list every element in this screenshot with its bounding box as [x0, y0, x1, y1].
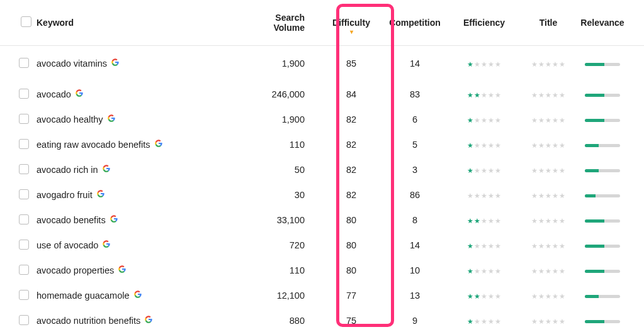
google-icon: [134, 290, 142, 297]
star-icon: ★: [467, 192, 473, 199]
row-checkbox[interactable]: [19, 290, 29, 300]
star-icon: ★: [495, 318, 501, 325]
relevance-bar: [585, 169, 620, 172]
relevance-bar-fill: [585, 94, 604, 97]
header-search-volume[interactable]: Search Volume: [247, 0, 322, 45]
row-checkbox[interactable]: [19, 89, 29, 99]
header-difficulty[interactable]: Difficulty ▾: [322, 0, 380, 45]
star-icon: ★: [552, 142, 558, 149]
relevance-cell: [578, 308, 644, 332]
keyword-cell[interactable]: avocado vitamins: [37, 58, 246, 69]
relevance-bar-fill: [585, 270, 604, 273]
star-icon: ★: [559, 117, 565, 124]
keyword-cell[interactable]: avocado benefits: [37, 215, 246, 225]
relevance-bar: [585, 63, 620, 66]
star-icon: ★: [467, 61, 473, 68]
star-icon: ★: [552, 117, 558, 124]
competition-cell: 3: [380, 157, 449, 182]
header-relevance[interactable]: Relevance: [578, 0, 644, 45]
star-icon: ★: [538, 192, 545, 199]
row-checkbox[interactable]: [19, 265, 29, 275]
row-checkbox[interactable]: [19, 315, 29, 325]
row-checkbox[interactable]: [19, 240, 29, 250]
keyword-text: avocado rich in: [37, 165, 98, 175]
star-icon: ★: [481, 167, 487, 174]
relevance-bar: [585, 119, 620, 122]
star-icon: ★: [559, 61, 565, 68]
keyword-cell[interactable]: avocado rich in: [37, 165, 246, 175]
header-efficiency[interactable]: Efficiency: [449, 0, 519, 45]
relevance-cell: [578, 132, 644, 157]
row-checkbox[interactable]: [19, 114, 29, 124]
star-icon: ★: [545, 192, 551, 199]
star-rating: ★★★★★: [531, 61, 565, 68]
difficulty-cell: 84: [322, 82, 380, 107]
star-icon: ★: [552, 318, 558, 325]
keyword-text: use of avocado: [37, 240, 98, 250]
header-title[interactable]: Title: [519, 0, 578, 45]
star-rating: ★★★★★: [531, 167, 565, 174]
keyword-cell[interactable]: avocado: [37, 89, 246, 99]
relevance-bar: [585, 94, 620, 97]
keyword-cell[interactable]: avocado nutrition benefits: [37, 316, 246, 326]
star-icon: ★: [488, 293, 494, 300]
star-icon: ★: [488, 218, 494, 224]
star-icon: ★: [488, 268, 494, 275]
efficiency-cell: ★★★★★: [449, 283, 519, 308]
relevance-bar-fill: [585, 245, 604, 248]
search-volume-cell: 50: [247, 157, 322, 182]
keyword-text: avogadro fruit: [37, 190, 93, 200]
star-icon: ★: [481, 318, 487, 325]
star-icon: ★: [467, 167, 473, 174]
keyword-table-container: Keyword Search Volume Difficulty ▾ Compe…: [0, 0, 644, 332]
relevance-cell: [578, 208, 644, 233]
row-checkbox[interactable]: [19, 214, 29, 224]
efficiency-cell: ★★★★★: [449, 45, 519, 82]
table-header-row: Keyword Search Volume Difficulty ▾ Compe…: [0, 0, 644, 45]
star-icon: ★: [559, 192, 565, 199]
star-icon: ★: [559, 167, 565, 174]
star-icon: ★: [467, 142, 473, 149]
star-icon: ★: [481, 293, 487, 300]
select-all-checkbox[interactable]: [21, 16, 31, 27]
keyword-cell[interactable]: avogadro fruit: [37, 190, 246, 200]
relevance-bar-fill: [585, 320, 604, 323]
keyword-cell[interactable]: avocado properties: [37, 265, 246, 275]
star-icon: ★: [488, 167, 494, 174]
star-icon: ★: [495, 92, 501, 99]
star-icon: ★: [531, 117, 538, 124]
google-icon: [145, 315, 152, 323]
star-rating: ★★★★★: [467, 192, 501, 199]
competition-cell: 5: [380, 132, 449, 157]
keyword-cell[interactable]: homemade guacamole: [37, 290, 246, 301]
star-icon: ★: [531, 218, 538, 224]
star-icon: ★: [538, 218, 545, 224]
star-rating: ★★★★★: [467, 92, 501, 99]
competition-cell: 8: [380, 208, 449, 233]
difficulty-cell: 80: [322, 208, 380, 233]
row-checkbox[interactable]: [19, 58, 29, 68]
star-icon: ★: [531, 268, 538, 275]
header-difficulty-label: Difficulty: [332, 18, 370, 28]
star-rating: ★★★★★: [467, 167, 501, 174]
star-icon: ★: [467, 218, 473, 224]
google-icon: [111, 58, 119, 65]
table-row: homemade guacamole12,1007713★★★★★★★★★★: [0, 283, 644, 308]
header-keyword[interactable]: Keyword: [34, 0, 247, 45]
title-cell: ★★★★★: [519, 233, 578, 258]
row-checkbox[interactable]: [19, 164, 29, 174]
keyword-cell[interactable]: use of avocado: [37, 240, 246, 250]
star-icon: ★: [495, 243, 501, 250]
star-icon: ★: [488, 318, 494, 325]
title-cell: ★★★★★: [519, 82, 578, 107]
keyword-cell[interactable]: eating raw avocado benefits: [37, 140, 246, 150]
star-icon: ★: [488, 243, 494, 250]
star-icon: ★: [481, 142, 487, 149]
row-checkbox[interactable]: [19, 189, 29, 199]
star-icon: ★: [552, 293, 558, 300]
row-checkbox[interactable]: [19, 139, 29, 149]
sort-caret-icon: ▾: [350, 29, 353, 35]
search-volume-cell: 30: [247, 182, 322, 208]
keyword-cell[interactable]: avocado healthy: [37, 114, 246, 124]
header-competition[interactable]: Competition: [380, 0, 449, 45]
